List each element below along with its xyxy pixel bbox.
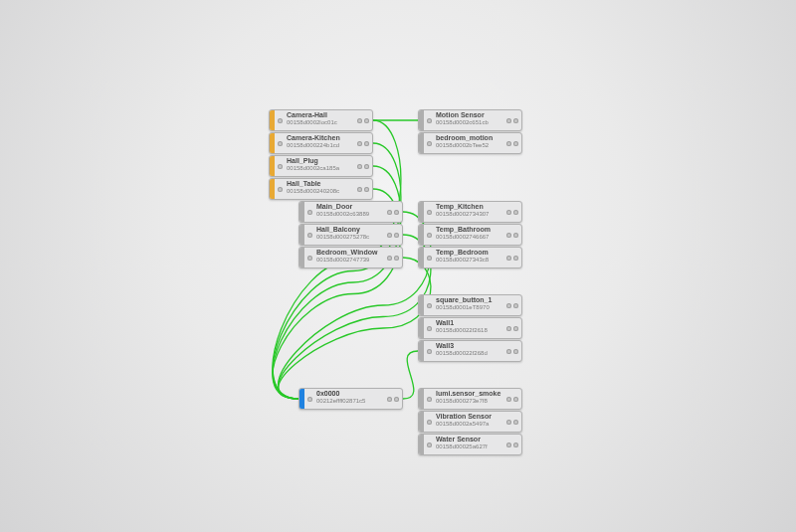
node-address: 00212effff02871c5 [316,398,384,405]
node-wall3[interactable]: Wall300158d00022f268d [418,340,522,362]
output-port-b-icon[interactable] [513,256,518,261]
node-name: Motion Sensor [436,111,503,119]
node-smoke[interactable]: lumi.sensor_smoke00158d000273e7f8 [418,388,522,410]
node-wall1[interactable]: Wall100158d00022f2618 [418,317,522,339]
node-temp-bedroom[interactable]: Temp_Bedroom00158d00027343c8 [418,247,522,268]
input-port-area [424,318,432,338]
output-port-a-icon[interactable] [506,349,511,354]
output-port-a-icon[interactable] [506,303,511,308]
node-bedroom-motion[interactable]: bedroom_motion00158d0002bTee52 [418,132,522,154]
node-motion-sensor[interactable]: Motion Sensor00158d0002c651cb [418,109,522,131]
output-port-b-icon[interactable] [513,397,518,402]
output-port-a-icon[interactable] [506,233,511,238]
output-port-area [506,225,521,245]
node-label-area: Temp_Bathroom00158d0002746667 [432,225,506,245]
output-port-area [506,318,521,338]
output-port-b-icon[interactable] [513,118,518,123]
output-port-a-icon[interactable] [506,256,511,261]
output-port-a-icon[interactable] [357,164,362,169]
input-port-area [304,389,312,409]
output-port-a-icon[interactable] [387,397,392,402]
node-hall-plug[interactable]: Hall_Plug00158d0002ca185a [269,155,373,177]
input-port-area [424,435,432,454]
node-name: Vibration Sensor [436,413,503,421]
output-port-b-icon[interactable] [394,256,399,261]
node-name: Hall_Balcony [316,226,384,234]
output-port-b-icon[interactable] [513,349,518,354]
node-address: 00158d0002734307 [436,211,503,218]
node-name: Hall_Table [287,180,354,188]
node-coordinator[interactable]: 0x000000212effff02871c5 [298,388,403,410]
node-label-area: Bedroom_Window00158d0002747739 [312,248,387,267]
output-port-b-icon[interactable] [513,210,518,215]
output-port-a-icon[interactable] [357,141,362,146]
output-port-b-icon[interactable] [364,141,369,146]
node-water[interactable]: Water Sensor00158d00025a627f [418,434,522,455]
output-port-a-icon[interactable] [506,420,511,425]
output-port-a-icon[interactable] [387,210,392,215]
output-port-area [357,156,372,176]
input-port-area [424,248,432,267]
node-square-button[interactable]: square_button_100158d0001eT8970 [418,294,522,316]
output-port-b-icon[interactable] [364,164,369,169]
node-temp-kitchen[interactable]: Temp_Kitchen00158d0002734307 [418,201,522,223]
node-hall-table[interactable]: Hall_Table00158d000240208c [269,178,373,200]
output-port-b-icon[interactable] [513,303,518,308]
output-port-area [357,110,372,130]
input-port-area [275,179,283,199]
node-address: 00158d000275278c [316,234,384,241]
node-name: Bedroom_Window [316,249,384,257]
output-port-b-icon[interactable] [513,233,518,238]
output-port-a-icon[interactable] [506,443,511,447]
network-map[interactable]: Camera-Hall00158d0002loc01cCamera-Kitche… [0,0,796,532]
output-port-b-icon[interactable] [513,326,518,331]
node-vibration[interactable]: Vibration Sensor00158d0002a5497a [418,411,522,433]
output-port-a-icon[interactable] [506,397,511,402]
node-name: Hall_Plug [287,157,354,165]
output-port-a-icon[interactable] [387,233,392,238]
output-port-area [387,202,402,222]
output-port-a-icon[interactable] [387,256,392,261]
output-port-b-icon[interactable] [513,420,518,425]
output-port-b-icon[interactable] [513,443,518,447]
node-address: 00158d0002747739 [316,257,384,264]
output-port-b-icon[interactable] [364,118,369,123]
node-label-area: Hall_Plug00158d0002ca185a [283,156,357,176]
node-camera-kitchen[interactable]: Camera-Kitchen00158d000224b1cd [269,132,373,154]
input-port-area [424,412,432,432]
output-port-area [387,389,402,409]
node-hall-balcony[interactable]: Hall_Balcony00158d000275278c [298,224,403,246]
node-address: 00158d0002746667 [436,234,503,241]
node-address: 00158d0001eT8970 [436,304,503,311]
node-name: Camera-Hall [287,111,354,119]
node-address: 00158d0002c651cb [436,119,503,126]
node-label-area: Motion Sensor00158d0002c651cb [432,110,506,130]
output-port-b-icon[interactable] [394,397,399,402]
output-port-b-icon[interactable] [394,210,399,215]
node-bedroom-window[interactable]: Bedroom_Window00158d0002747739 [298,247,403,268]
input-port-area [275,156,283,176]
node-name: bedroom_motion [436,134,503,142]
node-temp-bathroom[interactable]: Temp_Bathroom00158d0002746667 [418,224,522,246]
output-port-a-icon[interactable] [506,118,511,123]
output-port-b-icon[interactable] [364,187,369,192]
node-camera-hall[interactable]: Camera-Hall00158d0002loc01c [269,109,373,131]
output-port-b-icon[interactable] [394,233,399,238]
output-port-a-icon[interactable] [506,210,511,215]
output-port-a-icon[interactable] [357,187,362,192]
node-address: 00158d0002bTee52 [436,142,503,149]
input-port-area [424,110,432,130]
output-port-area [506,110,521,130]
node-main-door[interactable]: Main_Door00158d0002c63889 [298,201,403,223]
link-coordinator-to-wall3 [403,351,418,399]
output-port-a-icon[interactable] [357,118,362,123]
node-address: 00158d00022f268d [436,350,503,357]
node-label-area: Wall100158d00022f2618 [432,318,506,338]
node-label-area: bedroom_motion00158d0002bTee52 [432,133,506,153]
output-port-a-icon[interactable] [506,141,511,146]
output-port-a-icon[interactable] [506,326,511,331]
node-label-area: Temp_Bedroom00158d00027343c8 [432,248,506,267]
node-name: Wall3 [436,342,503,350]
node-name: Camera-Kitchen [287,134,354,142]
output-port-b-icon[interactable] [513,141,518,146]
